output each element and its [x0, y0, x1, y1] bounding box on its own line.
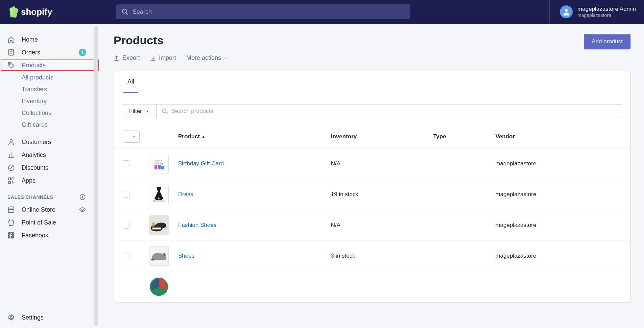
sidebar-sub-collections[interactable]: Collections [0, 107, 100, 119]
sidebar: Home Orders 1 Products All products Tran… [0, 24, 100, 328]
sidebar-sub-inventory[interactable]: Inventory [0, 95, 100, 107]
table-row[interactable]: Dress 19 in stock mageplazastore [114, 179, 630, 210]
sidebar-sub-gift-cards[interactable]: Gift cards [0, 119, 100, 131]
product-thumb [149, 246, 169, 266]
type-cell [428, 210, 491, 241]
customers-icon [7, 138, 15, 146]
user-menu[interactable]: mageplazastore Admin mageplazastore [549, 0, 636, 24]
col-vendor[interactable]: Vendor [491, 125, 630, 148]
svg-text:Happy: Happy [156, 159, 163, 162]
svg-point-4 [10, 140, 12, 142]
tab-all[interactable]: All [123, 71, 138, 93]
sidebar-sub-all-products[interactable]: All products [0, 72, 100, 84]
svg-rect-18 [158, 165, 161, 169]
export-action[interactable]: Export [114, 54, 140, 62]
filter-button[interactable]: Filter [122, 104, 157, 118]
nav-label: Customers [22, 139, 51, 146]
nav-label: Orders [22, 49, 40, 56]
svg-rect-17 [154, 165, 157, 169]
product-link[interactable]: Birthday Gift Card [178, 160, 224, 167]
row-checkbox[interactable] [123, 191, 129, 198]
sidebar-item-apps[interactable]: Apps [0, 174, 100, 187]
col-inventory[interactable]: Inventory [326, 125, 429, 148]
product-link[interactable]: Fashion Shoes [178, 222, 216, 228]
sidebar-channel-online-store[interactable]: Online Store [0, 203, 100, 216]
shopify-bag-icon [8, 6, 18, 18]
sort-asc-icon: ▲ [201, 134, 206, 139]
type-cell [428, 148, 491, 179]
sidebar-channel-pos[interactable]: Point of Sale [0, 216, 100, 229]
analytics-icon [7, 151, 15, 159]
select-all-checkbox[interactable] [123, 131, 140, 143]
col-product[interactable]: Product▲ [173, 125, 326, 148]
sidebar-item-discounts[interactable]: Discounts [0, 161, 100, 174]
nav-label: Settings [22, 314, 44, 321]
row-checkbox[interactable] [123, 253, 129, 259]
sidebar-channel-facebook[interactable]: Facebook [0, 229, 100, 242]
nav-label: Apps [22, 177, 35, 184]
product-search-wrap [157, 104, 622, 118]
svg-point-10 [82, 209, 84, 211]
chevron-down-icon [145, 109, 149, 113]
type-cell [428, 179, 491, 210]
product-thumb [149, 277, 169, 297]
chevron-down-icon [224, 56, 228, 60]
pos-icon [7, 219, 15, 226]
import-action[interactable]: Import [150, 54, 176, 62]
top-header: shopify mageplazastore Admin mageplazast… [0, 0, 644, 24]
orders-badge: 1 [79, 49, 86, 56]
svg-point-0 [122, 9, 126, 13]
more-actions[interactable]: More actions [186, 54, 228, 62]
user-sub: mageplazastore [577, 13, 636, 18]
svg-point-13 [163, 109, 166, 113]
user-name: mageplazastore Admin [577, 6, 636, 13]
sidebar-item-analytics[interactable]: Analytics [0, 148, 100, 161]
user-text: mageplazastore Admin mageplazastore [577, 6, 636, 18]
add-channel-icon[interactable] [79, 193, 86, 201]
products-card: All Filter [114, 71, 630, 303]
product-link[interactable]: Dress [178, 191, 193, 197]
sidebar-item-settings[interactable]: Settings [0, 311, 100, 324]
svg-point-1 [565, 9, 568, 12]
nav-label: Products [22, 62, 46, 69]
type-cell [428, 241, 491, 272]
sidebar-item-home[interactable]: Home [0, 33, 100, 46]
nav-label: Analytics [22, 151, 46, 159]
main-content: Products Export Import More actions [100, 24, 644, 328]
svg-point-3 [9, 64, 10, 65]
home-icon [7, 36, 15, 43]
svg-point-28 [151, 259, 155, 261]
vendor-cell: mageplazastore [491, 179, 630, 210]
row-checkbox[interactable] [123, 160, 129, 167]
search-input[interactable] [133, 8, 405, 16]
discounts-icon [7, 164, 15, 171]
product-search-input[interactable] [171, 104, 616, 118]
col-type[interactable]: Type [428, 125, 491, 148]
nav-label: Online Store [22, 206, 55, 213]
nav-label: Point of Sale [22, 219, 56, 226]
table-row[interactable]: Fashion Shoes N/A mageplazastore [114, 210, 630, 241]
table-row[interactable]: HappyBirthday Birthday Gift Card N/A mag… [114, 148, 630, 179]
svg-rect-19 [161, 166, 164, 169]
table-row[interactable]: Shoes 3 in stock mageplazastore [114, 241, 630, 272]
export-icon [114, 55, 120, 61]
brand-logo[interactable]: shopify [8, 6, 99, 18]
svg-rect-6 [8, 178, 10, 180]
sidebar-item-products[interactable]: Products [0, 59, 100, 72]
svg-rect-26 [152, 228, 161, 230]
row-checkbox[interactable] [123, 222, 129, 229]
search-bar[interactable] [116, 4, 410, 19]
product-thumb [149, 215, 169, 235]
nav-label: Discounts [22, 164, 48, 171]
view-store-icon[interactable] [79, 206, 86, 213]
table-row[interactable] [114, 272, 630, 302]
sidebar-item-customers[interactable]: Customers [0, 136, 100, 148]
sidebar-item-orders[interactable]: Orders 1 [0, 46, 100, 59]
sidebar-sub-transfers[interactable]: Transfers [0, 84, 100, 95]
apps-icon [7, 177, 15, 184]
inventory-cell: N/A [326, 148, 429, 179]
add-product-button[interactable]: Add product [584, 34, 630, 49]
search-icon [122, 8, 128, 15]
products-table: Product▲ Inventory Type Vendor HappyBirt… [114, 125, 630, 302]
product-link[interactable]: Shoes [178, 253, 194, 259]
